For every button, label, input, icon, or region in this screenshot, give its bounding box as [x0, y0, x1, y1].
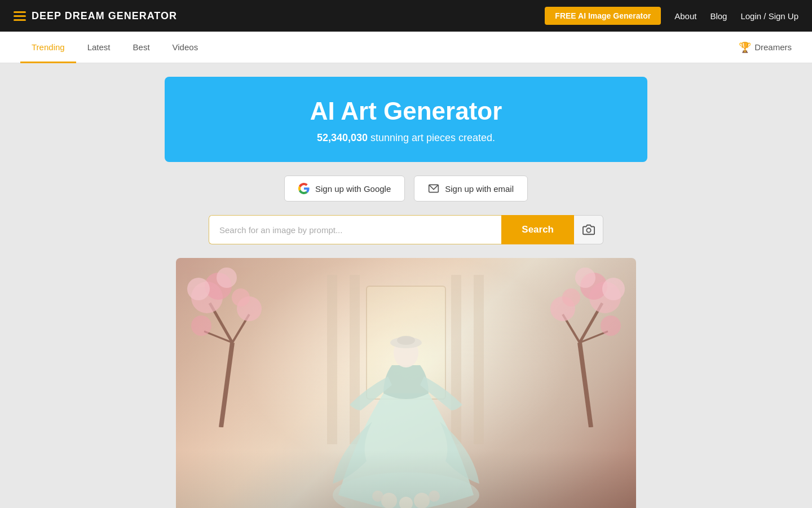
svg-point-10 [191, 316, 211, 336]
about-link[interactable]: About [674, 11, 696, 21]
camera-search-button[interactable] [574, 215, 603, 244]
blog-link[interactable]: Blog [710, 11, 727, 21]
hero-title: AI Art Generator [187, 97, 625, 125]
cherry-tree-left [176, 258, 289, 427]
hero-subtitle-text: stunning art pieces created. [368, 132, 495, 143]
dreamers-link[interactable]: 🏆 Dreamers [739, 41, 792, 54]
svg-point-8 [187, 278, 210, 300]
svg-point-23 [562, 288, 580, 306]
svg-point-1 [586, 228, 590, 232]
tab-videos[interactable]: Videos [161, 32, 210, 63]
signup-email-button[interactable]: Sign up with email [414, 176, 528, 202]
svg-point-21 [601, 316, 621, 336]
tabs-left: Trending Latest Best Videos [20, 32, 739, 63]
free-ai-button[interactable]: FREE AI Image Generator [545, 7, 661, 25]
google-icon [298, 183, 310, 194]
brand-area: DEEP DREAM GENERATOR [14, 10, 545, 22]
hero-banner: AI Art Generator 52,340,030 stunning art… [165, 77, 647, 162]
search-button[interactable]: Search [501, 215, 574, 244]
cherry-tree-right [523, 258, 636, 427]
signup-google-label: Sign up with Google [315, 184, 391, 194]
trophy-icon: 🏆 [739, 41, 751, 54]
svg-point-22 [575, 268, 595, 288]
navbar: DEEP DREAM GENERATOR FREE AI Image Gener… [0, 0, 812, 32]
login-link[interactable]: Login / Sign Up [740, 11, 798, 21]
signup-row: Sign up with Google Sign up with email [0, 176, 812, 202]
tabs-bar: Trending Latest Best Videos 🏆 Dreamers [0, 32, 812, 63]
svg-line-13 [580, 343, 591, 427]
navbar-right: FREE AI Image Generator About Blog Login… [545, 7, 798, 25]
search-input[interactable] [209, 215, 501, 244]
signup-google-button[interactable]: Sign up with Google [284, 176, 405, 202]
tab-best[interactable]: Best [122, 32, 161, 63]
svg-point-19 [602, 278, 625, 300]
hamburger-icon[interactable] [14, 11, 26, 21]
svg-line-2 [221, 343, 232, 427]
hero-subtitle: 52,340,030 stunning art pieces created. [187, 132, 625, 144]
brand-title: DEEP DREAM GENERATOR [32, 10, 177, 22]
dreamers-label: Dreamers [754, 42, 792, 52]
hero-count: 52,340,030 [317, 132, 368, 143]
search-row: Search [209, 215, 603, 244]
signup-email-label: Sign up with email [445, 184, 514, 194]
hero-image-container [176, 258, 636, 508]
email-icon [428, 183, 439, 194]
tab-latest[interactable]: Latest [76, 32, 122, 63]
svg-point-32 [397, 336, 415, 345]
svg-point-12 [232, 288, 250, 306]
svg-point-11 [217, 268, 237, 288]
hero-image [176, 258, 636, 508]
camera-icon [582, 224, 595, 236]
tab-trending[interactable]: Trending [20, 32, 76, 63]
